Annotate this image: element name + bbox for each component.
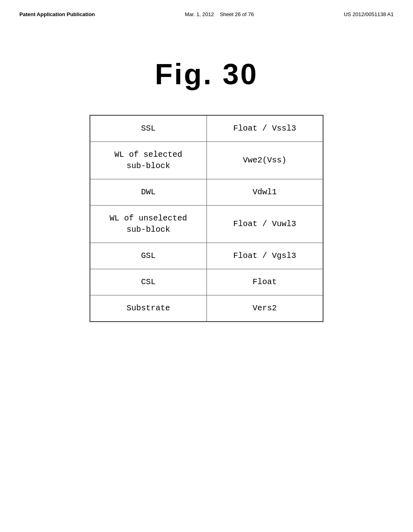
table-cell-right-4: Float / Vgsl3 <box>206 243 323 269</box>
header-sheet: Sheet 26 of 76 <box>220 11 254 17</box>
header-patent-number: US 2012/0051138 A1 <box>344 11 394 17</box>
header-date-sheet: Mar. 1, 2012 Sheet 26 of 76 <box>185 11 254 17</box>
table-row: GSLFloat / Vgsl3 <box>90 243 323 269</box>
table-cell-right-1: Vwe2(Vss) <box>206 142 323 179</box>
table-cell-right-5: Float <box>206 269 323 295</box>
header-date: Mar. 1, 2012 <box>185 11 214 17</box>
voltage-table: SSLFloat / Vssl3WL of selected sub-block… <box>90 115 323 322</box>
table-cell-left-1: WL of selected sub-block <box>90 142 206 179</box>
table-cell-right-0: Float / Vssl3 <box>206 115 323 142</box>
table-row: SSLFloat / Vssl3 <box>90 115 323 142</box>
table-row: SubstrateVers2 <box>90 295 323 322</box>
table-cell-left-6: Substrate <box>90 295 206 322</box>
table-cell-right-6: Vers2 <box>206 295 323 322</box>
data-table-container: SSLFloat / Vssl3WL of selected sub-block… <box>90 115 323 322</box>
table-row: WL of selected sub-blockVwe2(Vss) <box>90 142 323 179</box>
table-cell-left-2: DWL <box>90 179 206 206</box>
table-cell-left-0: SSL <box>90 115 206 142</box>
table-cell-left-4: GSL <box>90 243 206 269</box>
table-cell-right-2: Vdwl1 <box>206 179 323 206</box>
table-cell-left-3: WL of unselected sub-block <box>90 206 206 243</box>
table-row: WL of unselected sub-blockFloat / Vuwl3 <box>90 206 323 243</box>
table-row: CSLFloat <box>90 269 323 295</box>
table-row: DWLVdwl1 <box>90 179 323 206</box>
table-cell-right-3: Float / Vuwl3 <box>206 206 323 243</box>
table-cell-left-5: CSL <box>90 269 206 295</box>
header-publication: Patent Application Publication <box>19 11 95 17</box>
page-header: Patent Application Publication Mar. 1, 2… <box>0 0 413 17</box>
figure-title: Fig. 30 <box>0 58 413 91</box>
